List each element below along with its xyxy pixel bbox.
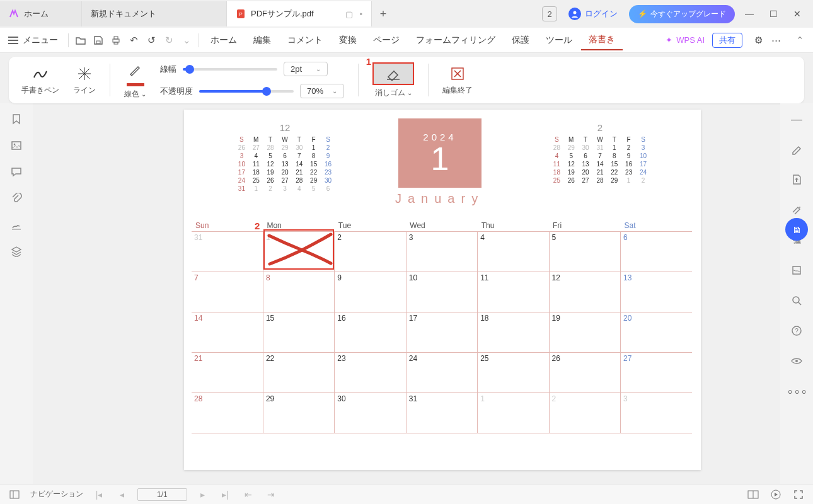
edit-icon[interactable] [790, 142, 804, 156]
tab-window-icon[interactable]: ▢ [345, 9, 353, 19]
app-logo-icon [9, 9, 19, 19]
eye-icon[interactable] [790, 354, 804, 368]
title-bar: ホーム 新規ドキュメント P PDFサンプル.pdf ▢ • + 2 ログイン … [0, 0, 813, 28]
export-icon[interactable] [790, 173, 804, 186]
month-block: 2024 1 [398, 118, 481, 188]
undo-icon[interactable]: ↶ [125, 32, 142, 49]
settings-icon[interactable]: ⚙ [750, 32, 766, 49]
prev-page-icon[interactable]: ◂ [115, 488, 129, 501]
mtab-tool[interactable]: ツール [538, 31, 580, 50]
mini-calendar-next: 2 SMTWTFS 28293031123 45678910 111213141… [550, 122, 650, 185]
opacity-select[interactable]: 70%⌄ [300, 84, 344, 98]
more-menu-icon[interactable]: ⋯ [768, 32, 784, 49]
login-button[interactable]: ログイン [562, 5, 624, 23]
mtab-convert[interactable]: 変換 [332, 31, 364, 50]
notice-count[interactable]: 2 [542, 6, 557, 21]
mtab-edit[interactable]: 編集 [246, 31, 279, 50]
window-minimize[interactable]: — [740, 4, 759, 23]
forward-nav-icon[interactable]: ⇥ [264, 488, 278, 501]
exit-edit-label: 編集終了 [442, 85, 473, 96]
first-page-icon[interactable]: |◂ [92, 488, 106, 501]
line-color-tool[interactable]: 線色⌄ [124, 61, 146, 100]
help-icon[interactable]: ? [790, 324, 804, 338]
document-canvas[interactable]: 12 SMTWTFS 262728293012 3456789 10111213… [33, 103, 780, 484]
upgrade-button[interactable]: ⚡ 今すぐアップグレード [629, 5, 735, 23]
tab-home[interactable]: ホーム [0, 1, 82, 26]
signature-icon[interactable] [9, 218, 23, 232]
line-tool[interactable]: ライン [73, 65, 96, 96]
line-tool-label: ライン [73, 85, 96, 96]
share-button[interactable]: 共有 [712, 33, 742, 48]
chevron-down-icon: ⌄ [332, 88, 337, 94]
eraser-tool[interactable]: 1 消しゴム⌄ [372, 62, 414, 98]
svg-point-2 [574, 11, 577, 14]
layers-icon[interactable] [9, 244, 23, 258]
window-maximize[interactable]: ☐ [764, 4, 783, 23]
line-width-value: 2pt [291, 64, 302, 74]
more-dropdown-icon[interactable]: ⌄ [178, 32, 195, 49]
tab-pdf-file[interactable]: P PDFサンプル.pdf ▢ • [227, 1, 372, 26]
tab-new-doc[interactable]: 新規ドキュメント [82, 1, 227, 26]
svg-rect-6 [114, 42, 118, 44]
svg-point-14 [799, 207, 800, 208]
nav-panel-icon[interactable] [8, 488, 21, 501]
opacity-slider[interactable] [199, 90, 294, 93]
exit-edit-tool[interactable]: 編集終了 [442, 65, 473, 96]
menu-tabs: ホーム 編集 コメント 変換 ページ フォームフィリング 保護 ツール 落書き [203, 30, 623, 50]
svg-rect-3 [96, 41, 100, 43]
mtab-home[interactable]: ホーム [203, 31, 245, 50]
comment-icon[interactable] [9, 165, 23, 179]
line-width-select[interactable]: 2pt⌄ [284, 62, 328, 76]
last-page-icon[interactable]: ▸| [219, 488, 233, 501]
opacity-label: 不透明度 [160, 86, 193, 97]
close-icon [451, 65, 464, 83]
line-width-slider[interactable] [183, 68, 277, 71]
nav-label[interactable]: ナビゲーション [30, 489, 83, 500]
scribble-x-mark [266, 231, 335, 268]
new-tab-button[interactable]: + [372, 8, 395, 21]
bookmark-icon[interactable] [9, 112, 23, 126]
fullscreen-icon[interactable] [792, 488, 805, 501]
svg-rect-4 [113, 39, 119, 42]
page-indicator[interactable]: 1/1 [137, 488, 187, 501]
sign-icon[interactable] [790, 203, 804, 217]
menu-label[interactable]: メニュー [23, 35, 58, 46]
reading-mode-icon[interactable] [746, 488, 760, 501]
image-icon[interactable] [9, 139, 23, 152]
next-page-icon[interactable]: ▸ [196, 488, 210, 501]
collapse-ribbon-icon[interactable]: ⌃ [792, 32, 808, 49]
line-icon [77, 65, 92, 83]
attachment-icon[interactable] [9, 192, 23, 205]
wps-ai-button[interactable]: ✦ WPS AI [666, 35, 705, 45]
tab-home-label: ホーム [24, 8, 49, 20]
mtab-page[interactable]: ページ [366, 31, 407, 50]
mtab-scribble[interactable]: 落書き [581, 30, 623, 50]
play-icon[interactable] [769, 488, 783, 501]
mtab-comment[interactable]: コメント [280, 31, 330, 50]
svg-rect-5 [114, 37, 118, 39]
print-icon[interactable] [108, 32, 124, 49]
mtab-form[interactable]: フォームフィリング [408, 31, 503, 50]
freehand-pen-tool[interactable]: 手書きペン [21, 65, 59, 96]
mtab-protect[interactable]: 保護 [504, 31, 537, 50]
left-sidebar [0, 103, 33, 484]
tab-pdf-label: PDFサンプル.pdf [251, 8, 314, 20]
eraser-button[interactable] [372, 62, 414, 85]
right-sidebar: 🗎 — 彊 ? ∘∘∘ [780, 103, 813, 484]
search-icon[interactable] [790, 294, 804, 307]
window-close[interactable]: ✕ [788, 4, 807, 23]
redo-icon[interactable]: ↻ [161, 32, 177, 49]
pencil-icon [129, 61, 142, 79]
back-nav-icon[interactable]: ⇤ [241, 488, 255, 501]
more-icon[interactable]: ∘∘∘ [790, 384, 804, 398]
translate-badge-icon[interactable]: 🗎 [785, 218, 808, 241]
undo2-icon[interactable]: ↺ [143, 32, 159, 49]
annotation-mark-1: 1 [366, 56, 371, 67]
chevron-down-icon: ⌄ [141, 91, 146, 98]
save-icon[interactable] [90, 32, 107, 49]
crop-icon[interactable] [790, 263, 804, 277]
open-folder-icon[interactable] [72, 32, 89, 49]
opacity-row: 不透明度 70%⌄ [160, 84, 344, 98]
hamburger-icon[interactable] [5, 32, 21, 49]
minimize-panel-icon[interactable]: — [790, 112, 804, 126]
